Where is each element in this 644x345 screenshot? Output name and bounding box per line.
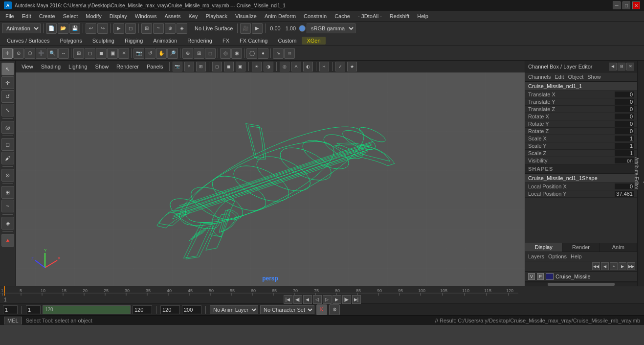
- snap-point-button[interactable]: ⊕: [165, 23, 176, 34]
- next-key-btn[interactable]: ▶: [333, 295, 341, 304]
- tab-curves-surfaces[interactable]: Curves / Surfaces: [2, 37, 54, 45]
- vp-sel-highlight[interactable]: ★: [347, 62, 357, 71]
- range-end-field[interactable]: [133, 305, 152, 314]
- pivot-btn[interactable]: ⊕: [182, 48, 193, 59]
- render-view[interactable]: 🔺: [1, 234, 14, 247]
- layer-playback-toggle[interactable]: P: [537, 273, 544, 280]
- vp-grid-btn[interactable]: ⊞: [196, 62, 206, 71]
- pan-btn[interactable]: ✋: [156, 48, 167, 59]
- renderer-menu[interactable]: Renderer: [113, 63, 142, 70]
- tab-polygons[interactable]: Polygons: [55, 37, 87, 45]
- go-to-end-btn[interactable]: ▶|: [352, 295, 361, 304]
- vp-dof-btn[interactable]: ◐: [303, 62, 313, 71]
- view-menu[interactable]: View: [19, 63, 36, 70]
- open-scene-button[interactable]: 📂: [58, 23, 68, 34]
- channel-translate-y[interactable]: Translate Y 0: [525, 98, 637, 106]
- vp-shaded-btn[interactable]: ◼: [224, 62, 234, 71]
- auto-key-btn[interactable]: K: [316, 304, 327, 315]
- rotate-x-value[interactable]: 0: [615, 114, 634, 119]
- lasso-tool[interactable]: ◻: [1, 138, 14, 151]
- tab-sculpting[interactable]: Sculpting: [88, 37, 119, 45]
- smooth-btn[interactable]: ≋: [284, 48, 295, 59]
- attribute-editor-label[interactable]: Attribute Editor: [634, 155, 639, 191]
- edit-menu[interactable]: Edit: [555, 74, 564, 80]
- settings-btn[interactable]: ⚙: [329, 304, 340, 315]
- menu-3dtoa[interactable]: - 3DtoAll -: [355, 12, 385, 20]
- attribute-editor-tab[interactable]: Channel Box / Layer Editor Attribute Edi…: [637, 61, 644, 286]
- rotate-y-value[interactable]: 0: [615, 121, 634, 127]
- render-tab[interactable]: Render: [562, 243, 600, 252]
- camera-btn[interactable]: 📷: [173, 62, 182, 71]
- channel-scale-y[interactable]: Scale Y 1: [525, 142, 637, 150]
- step-forward-btn[interactable]: |▶: [342, 295, 351, 304]
- tool4-btn[interactable]: ➕: [36, 48, 46, 59]
- translate-x-value[interactable]: 0: [615, 92, 634, 97]
- layer-arrow2[interactable]: ◀: [601, 262, 609, 270]
- channel-rotate-z[interactable]: Rotate Z 0: [525, 128, 637, 135]
- layer-arrow4[interactable]: ▶▶: [627, 262, 635, 270]
- menu-display[interactable]: Display: [106, 12, 131, 20]
- maximize-button[interactable]: □: [622, 1, 630, 9]
- translate-y-value[interactable]: 0: [615, 99, 634, 105]
- make-live[interactable]: ◈: [1, 217, 14, 230]
- layer-color-swatch[interactable]: [546, 273, 554, 280]
- shaded-btn[interactable]: ◼: [96, 48, 107, 59]
- menu-create[interactable]: Create: [36, 12, 59, 20]
- vp-texture-btn[interactable]: ▣: [236, 62, 245, 71]
- textured-btn[interactable]: ▣: [107, 48, 118, 59]
- step-back-btn[interactable]: ◀|: [293, 295, 302, 304]
- local-pos-x-value[interactable]: 0: [615, 184, 634, 189]
- menu-playback[interactable]: Playback: [202, 12, 231, 20]
- select-tool[interactable]: ↖: [1, 63, 14, 75]
- panel-float-btn[interactable]: ⊟: [618, 63, 625, 70]
- tab-rendering[interactable]: Rendering: [182, 37, 217, 45]
- layer-arrow1[interactable]: ◀◀: [592, 262, 600, 270]
- titlebar-controls[interactable]: ─ □ ✕: [613, 1, 640, 9]
- layer-new-btn[interactable]: +: [610, 262, 618, 270]
- gamma-indicator[interactable]: [299, 25, 306, 32]
- vp-light-btn[interactable]: ☀: [252, 62, 262, 71]
- soft-select[interactable]: ◎: [1, 121, 14, 134]
- scale-y-value[interactable]: 1: [615, 143, 634, 149]
- rot-btn[interactable]: ↺: [145, 48, 155, 59]
- close-button[interactable]: ✕: [632, 1, 640, 9]
- playback-max-field[interactable]: [182, 305, 201, 314]
- prev-key-btn[interactable]: ◀: [303, 295, 312, 304]
- menu-anim-deform[interactable]: Anim Deform: [261, 12, 299, 20]
- play-back-btn[interactable]: ◁: [313, 295, 322, 304]
- mode-dropdown[interactable]: Animation: [2, 23, 41, 33]
- char-set-dropdown[interactable]: No Character Set: [260, 305, 314, 314]
- select-button[interactable]: ▶: [113, 23, 124, 34]
- object-menu[interactable]: Object: [568, 74, 583, 80]
- scale-z-value[interactable]: 1: [615, 150, 634, 156]
- menu-key[interactable]: Key: [185, 12, 201, 20]
- lasso-button[interactable]: ◻: [125, 23, 136, 34]
- panel-controls[interactable]: ◀ ⊟ ✕: [609, 63, 634, 70]
- minimize-button[interactable]: ─: [613, 1, 621, 9]
- menu-edit[interactable]: Edit: [19, 12, 35, 20]
- vp-shadow-btn[interactable]: ◑: [264, 62, 273, 71]
- anim-layer-dropdown[interactable]: No Anim Layer: [210, 305, 258, 314]
- shading-menu[interactable]: Shading: [38, 63, 64, 70]
- tool5-btn[interactable]: 🔍: [47, 48, 58, 59]
- bb-btn[interactable]: ◻: [205, 48, 216, 59]
- menu-select[interactable]: Select: [60, 12, 82, 20]
- persp-btn[interactable]: P: [184, 62, 194, 71]
- channel-translate-x[interactable]: Translate X 0: [525, 91, 637, 98]
- save-scene-button[interactable]: 💾: [69, 23, 80, 34]
- options-menu[interactable]: Options: [548, 253, 567, 259]
- tab-animation[interactable]: Animation: [148, 37, 182, 45]
- light-btn[interactable]: ☀: [118, 48, 129, 59]
- playback-end-field[interactable]: [160, 305, 180, 314]
- tool6-btn[interactable]: ↔: [58, 48, 69, 59]
- visibility-value[interactable]: on: [615, 158, 634, 163]
- vp-aa-btn[interactable]: A: [291, 62, 301, 71]
- xray-btn[interactable]: ◎: [220, 48, 231, 59]
- cam-btn[interactable]: 📷: [133, 48, 144, 59]
- menu-assets[interactable]: Assets: [161, 12, 184, 20]
- snap-curve-button[interactable]: ~: [153, 23, 164, 34]
- translate-z-value[interactable]: 0: [615, 106, 634, 112]
- snap-grid[interactable]: ⊞: [1, 186, 14, 199]
- script-mode-label[interactable]: MEL: [4, 317, 22, 324]
- menu-modify[interactable]: Modify: [82, 12, 105, 20]
